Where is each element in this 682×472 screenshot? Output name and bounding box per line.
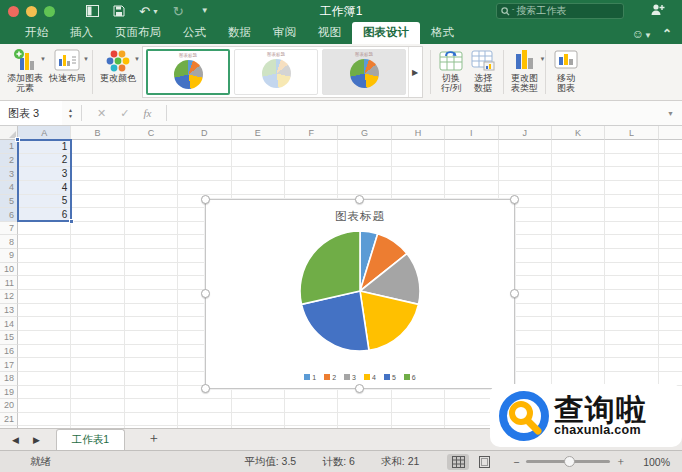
pie-slice-6[interactable] (300, 231, 360, 304)
column-header-G[interactable]: G (338, 126, 391, 140)
cell-K14[interactable] (552, 317, 605, 331)
cell-D1[interactable] (178, 140, 231, 154)
cell-E1[interactable] (232, 140, 285, 154)
resize-handle[interactable] (355, 195, 364, 204)
cell-B4[interactable] (71, 181, 124, 195)
cell-M3[interactable] (659, 167, 682, 181)
cell-C11[interactable] (125, 276, 178, 290)
cell-B3[interactable] (71, 167, 124, 181)
normal-view-icon[interactable] (447, 454, 469, 470)
cell-I2[interactable] (445, 154, 498, 168)
change-chart-type-button[interactable]: ▼ 更改图 表类型 (511, 47, 538, 97)
row-header-1[interactable]: 1 (0, 140, 18, 154)
sidebar-toggle-icon[interactable] (86, 5, 99, 17)
cell-M5[interactable] (659, 195, 682, 209)
cell-A3[interactable]: 3 (18, 167, 71, 181)
cell-G20[interactable] (338, 399, 391, 413)
cell-L13[interactable] (605, 304, 658, 318)
toolbar-options-icon[interactable]: ▼ (201, 7, 209, 15)
cell-L1[interactable] (605, 140, 658, 154)
cell-I3[interactable] (445, 167, 498, 181)
cell-M16[interactable] (659, 345, 682, 359)
cell-C1[interactable] (125, 140, 178, 154)
row-header-2[interactable]: 2 (0, 154, 18, 168)
gallery-next-icon[interactable]: ▶ (408, 47, 421, 97)
undo-caret-icon[interactable]: ▼ (152, 8, 159, 15)
column-header-E[interactable]: E (232, 126, 285, 140)
cell-B9[interactable] (71, 249, 124, 263)
select-data-button[interactable]: 选择 数据 (470, 47, 496, 97)
cell-D20[interactable] (178, 399, 231, 413)
cell-C21[interactable] (125, 413, 178, 427)
cell-M10[interactable] (659, 263, 682, 277)
add-sheet-icon[interactable]: ＋ (137, 429, 170, 450)
cell-K11[interactable] (552, 276, 605, 290)
tab-公式[interactable]: 公式 (172, 22, 217, 44)
cell-L3[interactable] (605, 167, 658, 181)
switch-row-column-button[interactable]: 切换 行/列 (438, 47, 464, 97)
cell-J2[interactable] (499, 154, 552, 168)
cell-C3[interactable] (125, 167, 178, 181)
cell-L9[interactable] (605, 249, 658, 263)
next-sheet-icon[interactable]: ▶ (33, 435, 40, 445)
cell-L5[interactable] (605, 195, 658, 209)
cell-B1[interactable] (71, 140, 124, 154)
cell-L14[interactable] (605, 317, 658, 331)
cell-D3[interactable] (178, 167, 231, 181)
cell-K17[interactable] (552, 358, 605, 372)
row-header-12[interactable]: 12 (0, 290, 18, 304)
cell-J1[interactable] (499, 140, 552, 154)
close-window-button[interactable] (8, 6, 19, 17)
cell-D21[interactable] (178, 413, 231, 427)
cell-B2[interactable] (71, 154, 124, 168)
cell-G1[interactable] (338, 140, 391, 154)
row-header-18[interactable]: 18 (0, 372, 18, 386)
tab-格式[interactable]: 格式 (420, 22, 465, 44)
column-header-C[interactable]: C (125, 126, 178, 140)
confirm-icon[interactable]: ✓ (120, 107, 129, 120)
cell-K4[interactable] (552, 181, 605, 195)
cell-A8[interactable] (18, 235, 71, 249)
cell-M11[interactable] (659, 276, 682, 290)
cell-F1[interactable] (285, 140, 338, 154)
cell-L17[interactable] (605, 358, 658, 372)
cell-K1[interactable] (552, 140, 605, 154)
cell-C6[interactable] (125, 208, 178, 222)
legend-item-1[interactable]: 1 (304, 374, 316, 381)
cell-C5[interactable] (125, 195, 178, 209)
cell-H2[interactable] (392, 154, 445, 168)
cell-H1[interactable] (392, 140, 445, 154)
cell-F20[interactable] (285, 399, 338, 413)
tab-图表设计[interactable]: 图表设计 (352, 22, 420, 44)
expand-formula-bar-icon[interactable]: ▼ (667, 110, 674, 117)
row-header-21[interactable]: 21 (0, 413, 18, 427)
cell-F3[interactable] (285, 167, 338, 181)
cell-C15[interactable] (125, 331, 178, 345)
cell-L10[interactable] (605, 263, 658, 277)
cell-B10[interactable] (71, 263, 124, 277)
cell-C18[interactable] (125, 372, 178, 386)
column-header-B[interactable]: B (71, 126, 124, 140)
cell-A19[interactable] (18, 386, 71, 400)
cell-M1[interactable] (659, 140, 682, 154)
cell-E21[interactable] (232, 413, 285, 427)
row-header-8[interactable]: 8 (0, 235, 18, 249)
cell-B16[interactable] (71, 345, 124, 359)
cell-J4[interactable] (499, 181, 552, 195)
cell-A10[interactable] (18, 263, 71, 277)
row-header-16[interactable]: 16 (0, 345, 18, 359)
cell-G21[interactable] (338, 413, 391, 427)
cell-A16[interactable] (18, 345, 71, 359)
cell-K7[interactable] (552, 222, 605, 236)
zoom-in-icon[interactable]: ＋ (616, 455, 627, 469)
cell-D2[interactable] (178, 154, 231, 168)
legend-item-2[interactable]: 2 (324, 374, 336, 381)
cell-C17[interactable] (125, 358, 178, 372)
row-header-3[interactable]: 3 (0, 167, 18, 181)
row-header-11[interactable]: 11 (0, 276, 18, 290)
page-layout-view-icon[interactable] (473, 454, 495, 470)
cell-K10[interactable] (552, 263, 605, 277)
cell-C7[interactable] (125, 222, 178, 236)
tab-插入[interactable]: 插入 (59, 22, 104, 44)
legend-item-4[interactable]: 4 (364, 374, 376, 381)
